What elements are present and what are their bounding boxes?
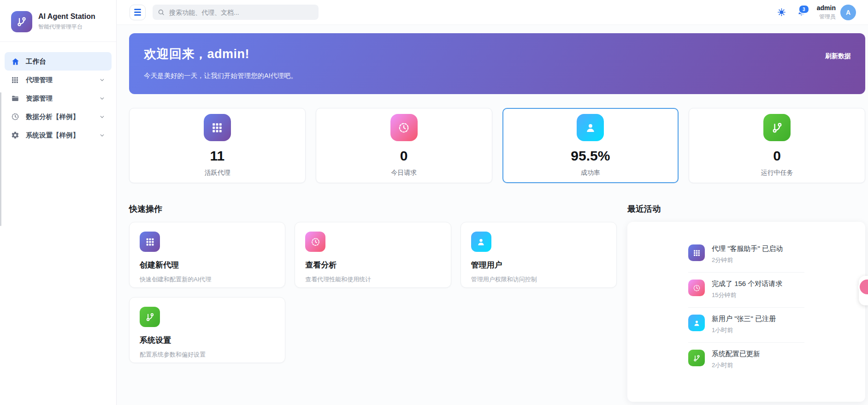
home-icon [11, 57, 20, 66]
stat-card-today-requests[interactable]: 0 今日请求 [316, 108, 492, 183]
sidebar-item-resource-management[interactable]: 资源管理 [5, 89, 112, 107]
quick-action-title: 创建新代理 [140, 260, 275, 270]
quick-action-view-analytics[interactable]: 查看分析 查看代理性能和使用统计 [295, 222, 451, 288]
user-icon [471, 232, 491, 252]
quick-action-desc: 管理用户权限和访问控制 [471, 275, 606, 284]
clock-icon [305, 232, 325, 252]
sidebar-item-label: 代理管理 [26, 76, 53, 84]
quick-action-title: 系统设置 [140, 335, 275, 345]
notifications-button[interactable]: 3 [797, 8, 806, 17]
user-name: admin [817, 4, 836, 12]
search-icon [158, 9, 165, 16]
welcome-banner: 欢迎回来，admin! 今天是美好的一天，让我们开始管理您的AI代理吧。 刷新数… [129, 33, 865, 94]
activity-item: 完成了 156 个对话请求 15分钟前 [688, 272, 804, 307]
branch-icon [763, 114, 791, 141]
notification-badge: 3 [798, 5, 809, 14]
stat-value: 0 [773, 148, 781, 164]
avatar[interactable]: A [840, 5, 856, 20]
grid-icon [11, 76, 20, 84]
branch-icon [688, 350, 705, 366]
user-icon [688, 315, 705, 331]
user-meta: admin 管理员 [817, 4, 836, 21]
brand-subtitle: 智能代理管理平台 [38, 23, 95, 31]
sidebar-item-label: 数据分析【样例】 [26, 113, 79, 121]
activity-time: 2小时前 [712, 361, 760, 369]
sidebar-nav: 工作台 代理管理 资源管理 数据分析【样例】 [0, 42, 116, 155]
brand: AI Agent Station 智能代理管理平台 [0, 0, 116, 42]
sidebar-item-agent-management[interactable]: 代理管理 [5, 71, 112, 89]
chevron-down-icon [99, 95, 105, 101]
user-menu[interactable]: admin 管理员 A [817, 4, 856, 21]
stat-card-running-tasks[interactable]: 0 运行中任务 [689, 108, 865, 183]
recent-activity-section: 最近活动 代理 "客服助手" 已启动 2分钟前 [627, 203, 865, 402]
recent-activity-title: 最近活动 [627, 203, 865, 214]
grid-icon [204, 114, 231, 141]
stat-label: 活跃代理 [204, 169, 230, 177]
sidebar-item-label: 工作台 [26, 57, 46, 66]
main-content: 欢迎回来，admin! 今天是美好的一天，让我们开始管理您的AI代理吧。 刷新数… [117, 25, 868, 405]
activity-text: 代理 "客服助手" 已启动 [712, 244, 783, 253]
recent-activity-panel: 代理 "客服助手" 已启动 2分钟前 完成了 156 个对话请求 15分钟前 [627, 222, 865, 402]
welcome-subtitle: 今天是美好的一天，让我们开始管理您的AI代理吧。 [144, 71, 850, 80]
activity-item: 系统配置已更新 2小时前 [688, 342, 804, 377]
sidebar: AI Agent Station 智能代理管理平台 工作台 代理管理 资源管理 [0, 0, 117, 405]
stat-label: 成功率 [581, 169, 600, 177]
stats-row: 11 活跃代理 0 今日请求 95.5% 成功率 0 运行中任务 [129, 108, 865, 183]
quick-action-manage-users[interactable]: 管理用户 管理用户权限和访问控制 [461, 222, 617, 288]
clock-icon [390, 114, 418, 141]
stat-label: 今日请求 [391, 169, 417, 177]
brand-title: AI Agent Station [38, 12, 95, 21]
activity-text: 系统配置已更新 [712, 350, 760, 358]
chevron-down-icon [99, 132, 105, 138]
quick-action-title: 管理用户 [471, 260, 606, 270]
clock-icon [688, 280, 705, 296]
user-role: 管理员 [817, 13, 836, 21]
clock-icon [11, 113, 20, 121]
search-input[interactable] [168, 8, 313, 17]
quick-action-create-agent[interactable]: 创建新代理 快速创建和配置新的AI代理 [129, 222, 285, 288]
quick-action-desc: 快速创建和配置新的AI代理 [140, 275, 275, 284]
grid-icon [140, 232, 160, 252]
grid-icon [688, 244, 705, 261]
quick-actions-title: 快速操作 [129, 203, 617, 214]
sidebar-toggle-button[interactable] [130, 5, 146, 20]
stat-value: 11 [210, 148, 225, 164]
refresh-data-button[interactable]: 刷新数据 [822, 52, 854, 61]
chevron-down-icon [99, 114, 105, 120]
sidebar-item-label: 资源管理 [26, 94, 53, 103]
activity-time: 2分钟前 [712, 256, 783, 264]
brand-text: AI Agent Station 智能代理管理平台 [38, 12, 95, 31]
activity-item: 新用户 "张三" 已注册 1小时前 [688, 307, 804, 342]
lower-section: 快速操作 创建新代理 快速创建和配置新的AI代理 查看分析 查看代理性能和使用统… [129, 203, 865, 402]
stat-card-success-rate[interactable]: 95.5% 成功率 [502, 108, 679, 183]
activity-text: 新用户 "张三" 已注册 [712, 315, 776, 323]
left-scrollbar[interactable] [0, 92, 1, 226]
activity-time: 15分钟前 [712, 291, 782, 299]
quick-actions-grid: 创建新代理 快速创建和配置新的AI代理 查看分析 查看代理性能和使用统计 管理用… [129, 222, 617, 363]
sidebar-item-data-analytics[interactable]: 数据分析【样例】 [5, 107, 112, 126]
folder-icon [11, 94, 20, 103]
sidebar-item-workbench[interactable]: 工作台 [5, 52, 112, 71]
quick-actions-section: 快速操作 创建新代理 快速创建和配置新的AI代理 查看分析 查看代理性能和使用统… [129, 203, 617, 402]
chevron-down-icon [99, 77, 105, 83]
quick-action-desc: 查看代理性能和使用统计 [305, 275, 440, 284]
branch-icon [16, 16, 27, 27]
theme-toggle-button[interactable] [777, 8, 786, 17]
gear-icon [11, 131, 20, 140]
sidebar-item-label: 系统设置【样例】 [26, 131, 79, 140]
quick-action-desc: 配置系统参数和偏好设置 [140, 351, 275, 359]
stat-label: 运行中任务 [761, 169, 793, 177]
sidebar-item-system-settings[interactable]: 系统设置【样例】 [5, 126, 112, 144]
activity-list: 代理 "客服助手" 已启动 2分钟前 完成了 156 个对话请求 15分钟前 [688, 238, 804, 377]
quick-action-system-settings[interactable]: 系统设置 配置系统参数和偏好设置 [129, 297, 285, 363]
app-logo [11, 11, 32, 32]
welcome-title: 欢迎回来，admin! [144, 46, 850, 62]
topbar-actions: 3 admin 管理员 A [777, 4, 856, 21]
activity-text: 完成了 156 个对话请求 [712, 280, 782, 288]
stat-value: 0 [400, 148, 408, 164]
stat-value: 95.5% [571, 148, 610, 164]
topbar: 3 admin 管理员 A [117, 0, 868, 25]
quick-action-title: 查看分析 [305, 260, 440, 270]
stat-card-active-agents[interactable]: 11 活跃代理 [129, 108, 306, 183]
search-box[interactable] [153, 5, 319, 20]
